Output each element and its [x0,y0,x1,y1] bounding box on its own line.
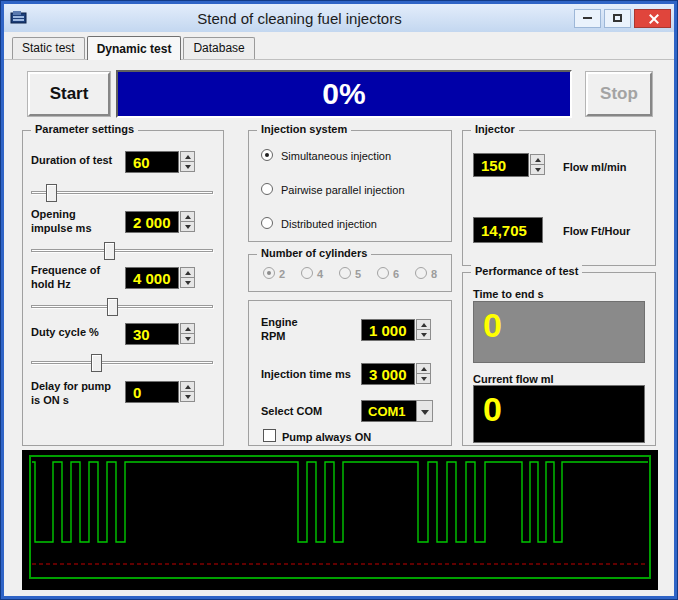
parameter-settings-group: Parameter settings Duration of test 60 O… [22,130,224,446]
current-flow-display: 0 [473,385,645,443]
select-com-label: Select COM [261,404,322,418]
com-select[interactable]: COM1 [361,400,433,422]
engine-rpm-spinner [416,319,431,341]
radio-cyl-8[interactable] [415,267,427,279]
slider-thumb[interactable] [104,242,115,260]
radio-cyl-8-label[interactable]: 8 [431,267,437,281]
tab-dynamic-test[interactable]: Dynamic test [87,36,182,60]
time-to-end-display: 0 [473,301,645,363]
duty-cycle-slider[interactable] [31,353,213,373]
engine-rpm-field[interactable]: 1 000 [361,319,415,341]
pump-always-on-checkbox[interactable] [263,429,276,442]
maximize-button[interactable] [604,9,631,28]
radio-distributed[interactable] [261,217,273,229]
radio-cyl-6-label[interactable]: 6 [393,267,399,281]
radio-pairwise-label[interactable]: Pairwise parallel injection [281,183,405,197]
injector-title: Injector [471,123,519,135]
window-controls [571,9,671,28]
stop-button[interactable]: Stop [586,72,652,116]
radio-cyl-5[interactable] [339,267,351,279]
frequence-label: Frequence of hold Hz [31,263,119,292]
progress-bar: 0% [116,70,572,118]
radio-cyl-4[interactable] [301,267,313,279]
duration-field[interactable]: 60 [125,151,179,173]
spin-down-icon[interactable] [180,161,195,172]
radio-cyl-2-label[interactable]: 2 [279,267,285,281]
pump-delay-spinner [180,381,195,403]
injection-time-label: Injection time ms [261,367,357,381]
spin-down-icon[interactable] [180,221,195,232]
com-select-value[interactable]: COM1 [361,400,417,422]
duty-cycle-label: Duty cycle % [31,325,123,339]
spin-down-icon[interactable] [416,373,431,384]
scope-waveform [22,450,658,590]
opening-impulse-spinner [180,211,195,233]
duration-label: Duration of test [31,153,123,167]
radio-simultaneous-label[interactable]: Simultaneous injection [281,149,391,163]
radio-cyl-5-label[interactable]: 5 [355,267,361,281]
spin-down-icon[interactable] [180,333,195,344]
frequence-field[interactable]: 4 000 [125,267,179,289]
opening-impulse-slider[interactable] [31,241,213,261]
spin-down-icon[interactable] [416,329,431,340]
duration-spinner [180,151,195,173]
performance-group: Performance of test Time to end s 0 Curr… [462,272,656,446]
engine-panel: Engine RPM 1 000 Injection time ms 3 000… [248,300,452,446]
titlebar[interactable]: Stend of cleaning fuel injectors [4,4,674,32]
pump-delay-field[interactable]: 0 [125,381,179,403]
slider-thumb[interactable] [91,354,102,372]
minimize-icon [583,17,592,19]
radio-cyl-2[interactable] [263,267,275,279]
spin-down-icon[interactable] [180,277,195,288]
frequence-slider[interactable] [31,297,213,317]
frequence-spinner [180,267,195,289]
app-icon [10,10,28,26]
injection-time-field[interactable]: 3 000 [361,363,415,385]
spin-down-icon[interactable] [180,391,195,402]
injection-system-group: Injection system Simultaneous injection … [248,130,452,242]
minimize-button[interactable] [574,9,601,28]
tab-page-dynamic-test: Start 0% Stop Parameter settings Duratio… [4,60,674,596]
injector-flow-field[interactable]: 150 [473,153,529,177]
flow-ml-min-label: Flow ml/min [563,160,627,174]
radio-pairwise[interactable] [261,183,273,195]
tab-strip: Static test Dynamic test Database [4,32,674,60]
flow-ft-hour-label: Flow Ft/Hour [563,224,630,238]
duration-slider[interactable] [31,183,213,203]
duty-cycle-spinner [180,323,195,345]
window-frame: Stend of cleaning fuel injectors Static … [0,0,678,600]
injection-system-title: Injection system [257,123,351,135]
time-to-end-label: Time to end s [473,287,544,301]
spin-down-icon[interactable] [530,164,545,175]
parameter-settings-title: Parameter settings [31,123,138,135]
slider-thumb[interactable] [46,184,57,202]
cylinders-group: Number of cylinders 2 4 5 6 8 [248,254,452,292]
tab-static-test[interactable]: Static test [12,37,85,59]
slider-thumb[interactable] [107,298,118,316]
cylinders-title: Number of cylinders [257,247,371,259]
pump-always-on-label[interactable]: Pump always ON [282,430,371,444]
oscilloscope-panel [22,450,658,590]
window-title: Stend of cleaning fuel injectors [28,10,571,27]
radio-simultaneous[interactable] [261,149,273,161]
start-button[interactable]: Start [28,72,110,116]
tab-database[interactable]: Database [183,37,254,59]
app-window: Stend of cleaning fuel injectors Static … [4,4,674,596]
radio-cyl-6[interactable] [377,267,389,279]
maximize-icon [613,14,622,22]
chevron-down-icon[interactable] [416,400,433,422]
injector-group: Injector 150 Flow ml/min 14,705 Flow Ft/… [462,130,656,266]
radio-distributed-label[interactable]: Distributed injection [281,217,377,231]
duty-cycle-field[interactable]: 30 [125,323,179,345]
performance-title: Performance of test [471,265,582,277]
opening-impulse-field[interactable]: 2 000 [125,211,179,233]
injector-flow2-field: 14,705 [473,217,543,243]
injector-flow-spinner [530,154,545,176]
engine-rpm-label: Engine RPM [261,315,321,344]
close-button[interactable] [634,9,671,28]
opening-impulse-label: Opening impulse ms [31,207,119,236]
injection-time-spinner [416,363,431,385]
pump-delay-label: Delay for pump is ON s [31,379,119,408]
radio-cyl-4-label[interactable]: 4 [317,267,323,281]
